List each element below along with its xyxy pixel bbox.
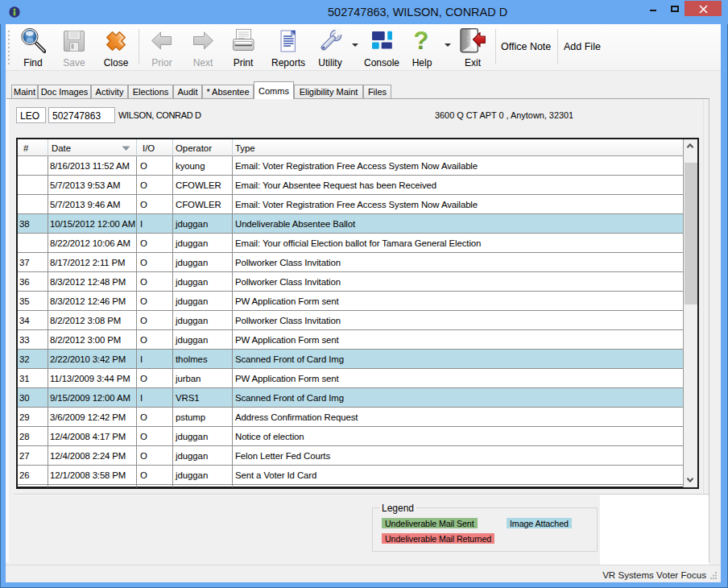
svg-text:?: ? (414, 28, 429, 54)
